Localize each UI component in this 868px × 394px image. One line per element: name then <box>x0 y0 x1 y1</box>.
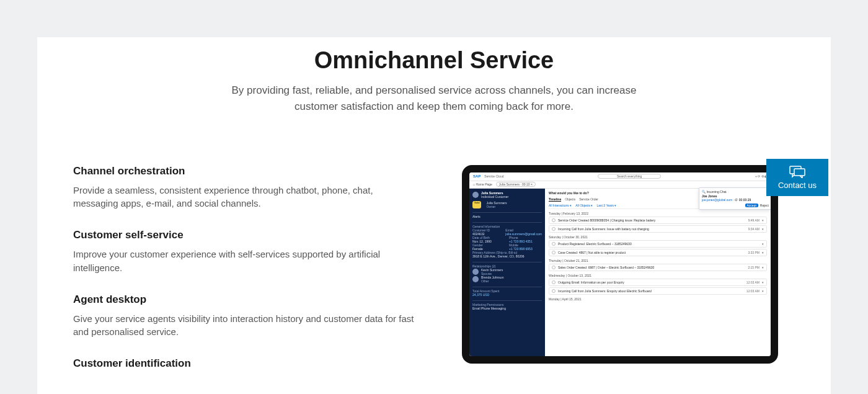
what-do: What would you like to do? <box>549 191 589 195</box>
sidebar-col2sub: Owner <box>486 205 495 208</box>
product-label: Service Cloud <box>484 174 503 178</box>
day-header: Monday | April 15, 2021 <box>549 297 767 301</box>
incoming-chat-popup: 🔍 Incoming Chat × Joe Jones joe.jones@gl… <box>699 187 772 210</box>
row-meta: 9:49 AM <box>748 218 760 222</box>
chevron-down-icon[interactable]: ▾ <box>762 266 764 269</box>
row-text: Case Created: 4867 | Not able to registe… <box>558 251 745 254</box>
feature-title-1: Customer self-service <box>73 229 420 241</box>
contact-us-button[interactable]: Contact us <box>766 159 828 196</box>
timeline-row[interactable]: Case Created: 4867 | Not able to registe… <box>549 249 767 256</box>
reject-button[interactable]: Reject <box>760 204 769 207</box>
brand-label: SAP <box>473 174 480 178</box>
content-row: Channel orchestration Provide a seamless… <box>37 115 831 377</box>
row-text: Incoming Call from Julia Summers: Issue … <box>558 227 746 231</box>
screenshot-column: SAP Service Cloud Search everything + ⟳ … <box>445 165 795 377</box>
timeline-row[interactable]: Product Registered: Electric Surfboard –… <box>549 240 767 248</box>
app-topbar: SAP Service Cloud Search everything + ⟳ … <box>469 172 771 181</box>
feature-title-2: Agent desktop <box>73 293 420 306</box>
sidebar: Julia Summers Individual Customer Gold J… <box>469 189 545 356</box>
filter-objects[interactable]: All Objects ▾ <box>575 204 593 207</box>
chevron-down-icon[interactable]: ▾ <box>762 251 764 254</box>
row-text: Incoming Call from Julia Summers: Enquir… <box>558 289 744 293</box>
filter-interactions[interactable]: All Interactions ▾ <box>549 204 572 207</box>
mkt-items: Email Phone Messaging <box>472 307 542 310</box>
chevron-down-icon[interactable]: ▾ <box>762 289 764 293</box>
chevron-down-icon[interactable]: ▾ <box>762 242 764 246</box>
row-meta: 12:03 AM <box>746 289 760 293</box>
row-text: Product Registered: Electric Surfboard –… <box>558 242 757 246</box>
chevron-down-icon[interactable]: ▾ <box>762 280 764 284</box>
svg-rect-1 <box>794 169 805 176</box>
row-text: Sales Order Created: 6987 | Order – Elec… <box>558 266 745 269</box>
search-input[interactable]: Search everything <box>598 174 661 179</box>
row-meta: 2:15 PM <box>748 266 760 269</box>
feature-body-0: Provide a seamless, consistent experienc… <box>73 184 420 211</box>
app-body: Julia Summers Individual Customer Gold J… <box>469 189 771 356</box>
chevron-down-icon[interactable]: ▾ <box>762 218 764 222</box>
row-meta: 3:33 PM <box>748 251 760 254</box>
gender-value: Female <box>472 247 505 251</box>
row-icon <box>552 242 556 246</box>
filter-range[interactable]: Last 2 Years ▾ <box>596 204 616 207</box>
row-meta: 12:03 AM <box>746 280 760 284</box>
timeline-row[interactable]: Incoming Call from Julia Summers: Issue … <box>549 225 767 233</box>
row-icon <box>552 289 556 293</box>
addr-value: 3918 E 12th Ave., Denver, CO, 80206 <box>472 254 542 258</box>
row-text: Service Order Created 80009088054 | Char… <box>558 218 746 222</box>
tab-timeline[interactable]: Timeline <box>549 197 561 202</box>
row-icon <box>552 266 556 269</box>
page-subtitle: By providing fast, reliable, and persona… <box>223 83 645 115</box>
timeline-row[interactable]: Service Order Created 80009088054 | Char… <box>549 217 767 224</box>
mobile-value[interactable]: +1 720 898 6953 <box>509 247 542 251</box>
popup-email[interactable]: joe.jones@global.com <box>702 198 732 202</box>
row-icon <box>552 218 556 222</box>
day-header: Saturday | October 30, 2021 <box>549 235 767 239</box>
chat-icon <box>789 166 805 178</box>
search-wrap: Search everything <box>507 174 751 179</box>
chevron-down-icon[interactable]: ▾ <box>762 227 764 231</box>
tab-objects[interactable]: Objects <box>565 197 575 202</box>
gold-badge: Gold <box>472 201 481 208</box>
avatar <box>472 192 479 198</box>
page-title: Omnichannel Service <box>37 37 831 74</box>
rel2-role: Other <box>481 279 489 283</box>
popup-header: Incoming Chat <box>706 190 726 194</box>
day-header: Tuesday | February 13, 2022 <box>549 212 767 215</box>
feature-title-3: Customer identification <box>73 357 420 370</box>
alerts-section: Alerts <box>472 212 542 218</box>
popup-sla: 00:00:29 <box>739 198 751 202</box>
row-icon <box>552 251 556 254</box>
timeline-row[interactable]: Sales Order Created: 6987 | Order – Elec… <box>549 264 767 271</box>
home-link[interactable]: ⌂ Home Page <box>473 182 492 186</box>
breadcrumb-pill[interactable]: Julia Summers · 00:10 × <box>496 182 536 187</box>
features-column: Channel orchestration Provide a seamless… <box>73 165 420 377</box>
row-text: Outgoing Email: Information as per your … <box>558 280 744 284</box>
feature-title-0: Channel orchestration <box>73 165 420 177</box>
row-icon <box>552 280 556 284</box>
total-value: 24,375 USD <box>472 293 542 297</box>
day-header: Wednesday | October 13, 2021 <box>549 274 767 277</box>
tab-service-order[interactable]: Service Order <box>579 197 598 202</box>
timeline-row[interactable]: Outgoing Email: Information as per your … <box>549 279 767 286</box>
feature-body-2: Give your service agents visibility into… <box>73 312 420 339</box>
row-meta: 9:34 AM <box>748 227 760 231</box>
accept-button[interactable]: Accept <box>745 204 758 207</box>
contact-us-label: Contact us <box>778 181 817 190</box>
main-panel: What would you like to do? Message + Cre… <box>545 189 771 356</box>
topbar-icons[interactable]: + ⟳ ⚙ ◐ <box>755 174 767 178</box>
sidebar-role: Individual Customer <box>481 195 508 199</box>
feature-body-1: Improve your customer experience with se… <box>73 248 420 275</box>
day-header: Thursday | October 21, 2021 <box>549 259 767 262</box>
page-card: Omnichannel Service By providing fast, r… <box>37 37 831 394</box>
tablet-mock: SAP Service Cloud Search everything + ⟳ … <box>462 165 778 364</box>
row-icon <box>552 227 556 231</box>
timeline-row[interactable]: Incoming Call from Julia Summers: Enquir… <box>549 287 767 295</box>
